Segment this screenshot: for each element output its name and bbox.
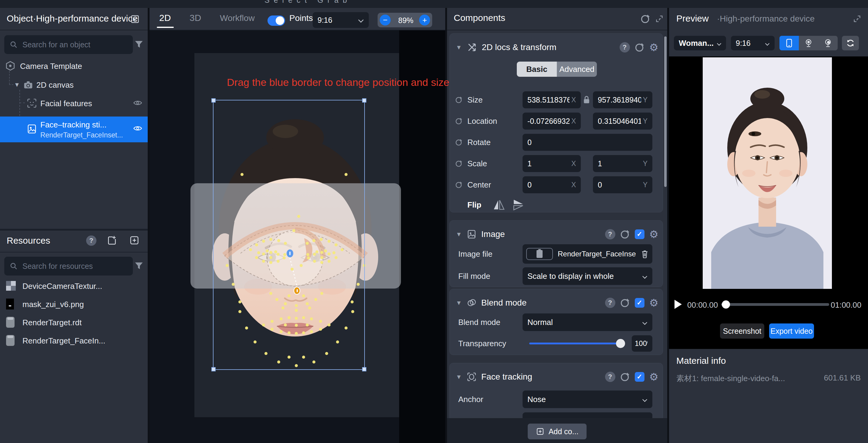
object-filter-icon[interactable]: [135, 40, 143, 50]
anchor-select[interactable]: Nose: [523, 390, 652, 408]
components-title: Components: [454, 13, 505, 23]
workflow-label[interactable]: Workflow: [220, 13, 255, 23]
reset-icon[interactable]: [635, 42, 645, 52]
resource-item[interactable]: RenderTarget_FaceIn...: [0, 331, 148, 350]
center-y-input[interactable]: 0Y: [593, 176, 652, 193]
transparency-value-field[interactable]: 100%: [632, 335, 652, 352]
device-preview-button[interactable]: [779, 36, 799, 50]
trash-icon[interactable]: [641, 250, 649, 258]
size-y-input[interactable]: 957.3618940Y: [593, 91, 652, 108]
gear-icon[interactable]: ⚙: [649, 298, 658, 308]
chevron-down-icon: [642, 395, 648, 404]
transparency-slider[interactable]: [529, 343, 623, 345]
size-x-input[interactable]: 538.51183765X: [523, 91, 581, 108]
location-y-input[interactable]: 0.315046401Y: [593, 113, 652, 129]
zoom-in-button[interactable]: +: [419, 14, 430, 26]
model-select[interactable]: Woman...: [674, 36, 726, 50]
help-icon[interactable]: ?: [605, 298, 615, 308]
tree-item-2d-canvas[interactable]: ▼ 2D canvas: [0, 76, 148, 93]
slider-handle[interactable]: [616, 339, 625, 348]
float-panel-icon[interactable]: [853, 14, 861, 24]
expand-caret-icon[interactable]: ▼: [14, 81, 20, 88]
screenshot-button[interactable]: Screenshot: [720, 323, 764, 338]
resource-item[interactable]: DeviceCameraTextur...: [0, 277, 148, 295]
row-reset-icon[interactable]: [455, 96, 463, 104]
timeline-slider[interactable]: [721, 303, 829, 306]
collapse-caret-icon[interactable]: ▼: [456, 374, 462, 381]
tree-item-facial-features[interactable]: Facial features: [0, 95, 148, 112]
rotate-input[interactable]: 0: [523, 134, 652, 151]
resources-search-input[interactable]: [22, 262, 127, 271]
points-toggle[interactable]: [268, 16, 285, 26]
webcam-1-button[interactable]: [799, 36, 818, 50]
row-reset-icon[interactable]: [455, 139, 463, 146]
collapse-caret-icon[interactable]: ▼: [456, 44, 462, 51]
visibility-eye-icon[interactable]: [133, 99, 142, 108]
reset-all-icon[interactable]: [641, 14, 650, 25]
flip-horizontal-icon[interactable]: [493, 199, 505, 212]
refresh-preview-button[interactable]: [842, 36, 859, 50]
resize-handle-bottom-left[interactable]: [211, 367, 216, 372]
add-resource-icon[interactable]: [129, 235, 140, 247]
tab-advanced[interactable]: Advanced: [557, 62, 597, 77]
scale-x-input[interactable]: 1X: [523, 155, 581, 172]
lock-aspect-icon[interactable]: [583, 95, 590, 106]
resource-item[interactable]: RenderTarget.rdt: [0, 313, 148, 331]
reset-icon[interactable]: [620, 229, 630, 239]
webcam-2-button[interactable]: [818, 36, 838, 50]
object-search[interactable]: [4, 35, 133, 54]
image-file-field[interactable]: RenderTarget_FaceInse: [523, 244, 652, 264]
row-reset-icon[interactable]: [455, 160, 463, 167]
viewport[interactable]: [150, 30, 445, 443]
add-component-button[interactable]: Add co...: [528, 423, 587, 439]
resources-search[interactable]: [4, 257, 133, 275]
tab-2d[interactable]: 2D: [159, 13, 171, 23]
resize-handle-top-left[interactable]: [211, 98, 216, 102]
resize-handle-top-right[interactable]: [362, 98, 366, 102]
gear-icon[interactable]: ⚙: [649, 372, 658, 382]
image-section: ▼ Image ? ✓ ⚙ Image file RenderTarget_Fa…: [450, 220, 663, 287]
blend-mode-select[interactable]: Normal: [523, 314, 652, 331]
import-file-icon[interactable]: [107, 235, 117, 247]
enabled-checkbox[interactable]: ✓: [635, 229, 645, 239]
aspect-ratio-select[interactable]: 9:16: [313, 12, 369, 28]
tree-item-camera-template[interactable]: Camera Template: [0, 57, 148, 75]
tab-3d[interactable]: 3D: [190, 13, 201, 23]
export-video-button[interactable]: Export video: [769, 323, 814, 338]
resources-filter-icon[interactable]: [135, 262, 143, 271]
collapse-panel-icon[interactable]: [130, 14, 140, 26]
row-reset-icon[interactable]: [455, 117, 463, 125]
components-scrollbar[interactable]: [664, 36, 666, 187]
preview-aspect-select[interactable]: 9:16: [731, 36, 775, 50]
scale-y-input[interactable]: 1Y: [593, 155, 652, 172]
row-reset-icon[interactable]: [455, 181, 463, 188]
timeline-handle[interactable]: [722, 300, 730, 308]
reset-icon[interactable]: [620, 298, 630, 308]
help-icon[interactable]: ?: [620, 42, 630, 53]
enabled-checkbox[interactable]: ✓: [635, 372, 645, 382]
fill-mode-select[interactable]: Scale to display in whole: [523, 267, 652, 285]
flip-vertical-icon[interactable]: [512, 199, 524, 212]
resize-handle-bottom-right[interactable]: [362, 367, 366, 372]
collapse-caret-icon[interactable]: ▼: [456, 299, 462, 306]
collapse-caret-icon[interactable]: ▼: [456, 231, 462, 238]
object-search-input[interactable]: [22, 40, 127, 50]
components-footer: Add co...: [447, 418, 667, 443]
resources-help-icon[interactable]: ?: [86, 235, 96, 246]
help-icon[interactable]: ?: [605, 372, 615, 382]
float-panel-icon[interactable]: [655, 14, 663, 24]
location-x-input[interactable]: -0.072669322X: [523, 113, 581, 129]
selection-rect[interactable]: [213, 100, 365, 370]
reset-icon[interactable]: [620, 372, 630, 382]
tree-item-face-tracking-sticker[interactable]: Face–tracking sti... RenderTarget_FaceIn…: [0, 117, 148, 142]
center-x-input[interactable]: 0X: [523, 176, 581, 193]
resource-item[interactable]: mask_zui_v6.png: [0, 295, 148, 313]
tab-basic[interactable]: Basic: [517, 62, 557, 77]
help-icon[interactable]: ?: [605, 229, 615, 239]
gear-icon[interactable]: ⚙: [649, 42, 658, 53]
gear-icon[interactable]: ⚙: [649, 229, 658, 239]
enabled-checkbox[interactable]: ✓: [635, 298, 645, 308]
zoom-out-button[interactable]: −: [380, 14, 391, 26]
play-button[interactable]: [675, 300, 682, 309]
visibility-eye-icon[interactable]: [133, 125, 142, 133]
